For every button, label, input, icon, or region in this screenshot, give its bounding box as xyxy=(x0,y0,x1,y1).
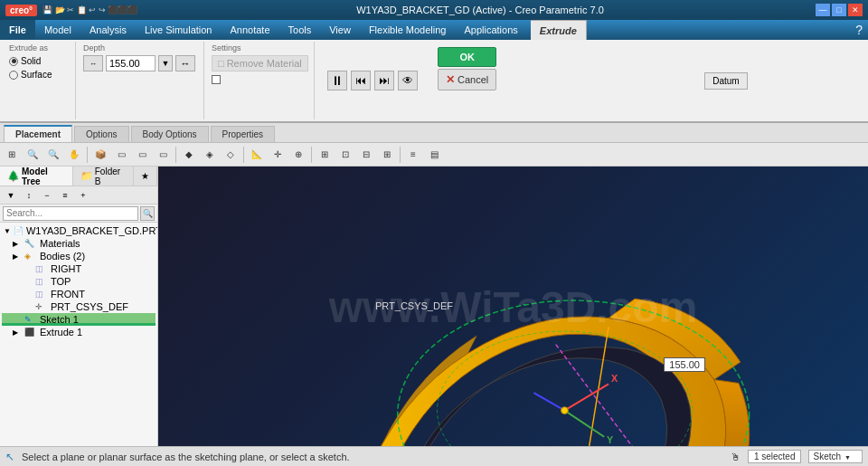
zoom-fit-btn[interactable]: ⊞ xyxy=(2,146,22,164)
zoom-in-btn[interactable]: 🔍 xyxy=(23,146,42,164)
view-right-btn[interactable]: ▭ xyxy=(153,146,173,164)
tree-materials[interactable]: ▶ 🔧 Materials xyxy=(2,237,156,250)
status-prompt: Select a plane or planar surface as the … xyxy=(22,452,350,462)
tree-front[interactable]: ◫ FRONT xyxy=(2,288,156,300)
tree-front-label: FRONT xyxy=(51,289,85,300)
settings-checkbox[interactable] xyxy=(212,75,221,84)
menu-live-simulation[interactable]: Live Simulation xyxy=(136,20,222,40)
panel-tab-folder[interactable]: 📁 Folder B xyxy=(73,166,134,185)
extrude-as-label: Extrude as xyxy=(9,43,70,52)
cancel-button[interactable]: ✕ Cancel xyxy=(438,69,496,90)
depth-dropdown-btn[interactable]: ▼ xyxy=(158,55,173,71)
maximize-button[interactable]: □ xyxy=(832,4,846,16)
panel-collapse-btn[interactable]: − xyxy=(39,188,55,203)
extra-btn-2[interactable]: ⊡ xyxy=(335,146,355,164)
tab-properties[interactable]: Properties xyxy=(211,126,276,142)
zoom-out-btn[interactable]: 🔍 xyxy=(43,146,63,164)
3d-model: X Y xyxy=(285,239,809,446)
window-controls[interactable]: — □ ✕ xyxy=(816,4,863,16)
csys-btn[interactable]: ✛ xyxy=(268,146,288,164)
extra-btn-5[interactable]: ≡ xyxy=(403,146,423,164)
pause-button[interactable]: ⏸ xyxy=(327,71,347,90)
tab-options[interactable]: Options xyxy=(74,126,128,142)
menu-analysis[interactable]: Analysis xyxy=(80,20,136,40)
step-forward-button[interactable]: ⏭ xyxy=(374,71,394,90)
ok-button[interactable]: OK xyxy=(438,47,496,67)
tree-sketch1[interactable]: ✎ Sketch 1 xyxy=(2,313,156,326)
datum-planes-btn[interactable]: 📐 xyxy=(247,146,267,164)
folder-icon: 📁 xyxy=(80,170,93,182)
window-title: W1YA3D_BRACKET_GD (Active) - Creo Parame… xyxy=(145,5,816,15)
search-input[interactable] xyxy=(3,206,138,221)
menu-applications[interactable]: Applications xyxy=(455,20,526,40)
model-tree: ▼ 📄 W1YA3D_BRACKET_GD.PRT ▶ 🔧 Materials … xyxy=(0,223,157,446)
menu-view[interactable]: View xyxy=(320,20,360,40)
menu-flexible-modeling[interactable]: Flexible Modeling xyxy=(360,20,456,40)
extra-btn-4[interactable]: ⊞ xyxy=(377,146,397,164)
file-icon: 📄 xyxy=(14,226,24,235)
menu-extrude[interactable]: Extrude xyxy=(531,20,587,40)
sketch-dropdown[interactable]: Sketch xyxy=(808,450,863,463)
menu-tools[interactable]: Tools xyxy=(279,20,321,40)
search-button[interactable]: 🔍 xyxy=(140,206,155,221)
remove-material-button[interactable]: □ Remove Material xyxy=(212,55,308,71)
datum-button[interactable]: Datum xyxy=(704,72,747,90)
tree-csys[interactable]: ✛ PRT_CSYS_DEF xyxy=(2,300,156,313)
tree-bodies-label: Bodies (2) xyxy=(40,251,85,262)
extra-btn-6[interactable]: ▤ xyxy=(424,146,444,164)
panel-expand-btn[interactable]: ↕ xyxy=(21,188,37,203)
depth-type-icon[interactable]: ↔ xyxy=(83,55,103,71)
shading-btn[interactable]: ◈ xyxy=(200,146,220,164)
flip-direction-btn[interactable]: ↔ xyxy=(175,55,195,71)
menubar: File Model Analysis Live Simulation Anno… xyxy=(0,20,868,40)
extra-btn-1[interactable]: ⊞ xyxy=(315,146,335,164)
search-bar: 🔍 xyxy=(0,204,157,223)
extra-btn-3[interactable]: ⊟ xyxy=(356,146,376,164)
display-style-btn[interactable]: ◆ xyxy=(179,146,199,164)
spin-center-btn[interactable]: ⊕ xyxy=(288,146,308,164)
csys-icon: ✛ xyxy=(35,302,48,311)
depth-input[interactable] xyxy=(106,55,156,71)
help-icon[interactable]: ? xyxy=(855,23,868,37)
svg-text:X: X xyxy=(611,373,618,384)
tree-bodies[interactable]: ▶ ◈ Bodies (2) xyxy=(2,250,156,262)
materials-arrow: ▶ xyxy=(13,240,22,248)
wireframe-btn[interactable]: ◇ xyxy=(221,146,241,164)
tree-top[interactable]: ◫ TOP xyxy=(2,275,156,288)
tree-extrude1[interactable]: ▶ ⬛ Extrude 1 xyxy=(2,326,156,338)
solid-radio-btn xyxy=(9,57,18,66)
pan-btn[interactable]: ✋ xyxy=(64,146,84,164)
panel-filter-btn[interactable]: ▼ xyxy=(3,188,19,203)
svg-line-9 xyxy=(533,393,564,410)
panel-add-btn[interactable]: + xyxy=(75,188,91,203)
titlebar: creo° 💾 📂 ✂ 📋 ↩ ↪ ⬛⬛⬛ W1YA3D_BRACKET_GD … xyxy=(0,0,868,20)
minimize-button[interactable]: — xyxy=(816,4,830,16)
panel-tab-favorites[interactable]: ★ xyxy=(134,166,157,185)
model-tree-icon: 🌲 xyxy=(7,170,20,182)
panel-tab-model-tree[interactable]: 🌲 Model Tree xyxy=(0,166,73,185)
tab-placement[interactable]: Placement xyxy=(4,125,72,142)
preview-button[interactable]: 👁 xyxy=(398,71,418,90)
tree-root-label: W1YA3D_BRACKET_GD.PRT xyxy=(26,225,157,236)
menu-file[interactable]: File xyxy=(0,20,35,40)
cancel-label: Cancel xyxy=(458,74,488,85)
view-front-btn[interactable]: ▭ xyxy=(111,146,131,164)
menu-annotate[interactable]: Annotate xyxy=(221,20,278,40)
menu-model[interactable]: Model xyxy=(35,20,80,40)
close-button[interactable]: ✕ xyxy=(848,4,863,16)
tab-body-options[interactable]: Body Options xyxy=(131,126,209,142)
creo-logo: creo° xyxy=(5,5,37,16)
solid-label: Solid xyxy=(21,56,41,66)
settings-label: Settings xyxy=(212,43,308,52)
viewport[interactable]: X Y PRT_CSYS_DEF 155.00 www.WiTa3D.com xyxy=(158,166,868,446)
view-top-btn[interactable]: ▭ xyxy=(132,146,152,164)
view-3d-btn[interactable]: 📦 xyxy=(90,146,110,164)
tree-root[interactable]: ▼ 📄 W1YA3D_BRACKET_GD.PRT xyxy=(2,224,156,237)
step-back-button[interactable]: ⏮ xyxy=(351,71,371,90)
surface-radio[interactable]: Surface xyxy=(9,69,70,81)
checkbox-row xyxy=(212,75,308,84)
tree-right[interactable]: ◫ RIGHT xyxy=(2,262,156,275)
panel-sort-btn[interactable]: ≡ xyxy=(57,188,73,203)
depth-label: Depth xyxy=(83,43,198,52)
solid-radio[interactable]: Solid xyxy=(9,55,70,67)
